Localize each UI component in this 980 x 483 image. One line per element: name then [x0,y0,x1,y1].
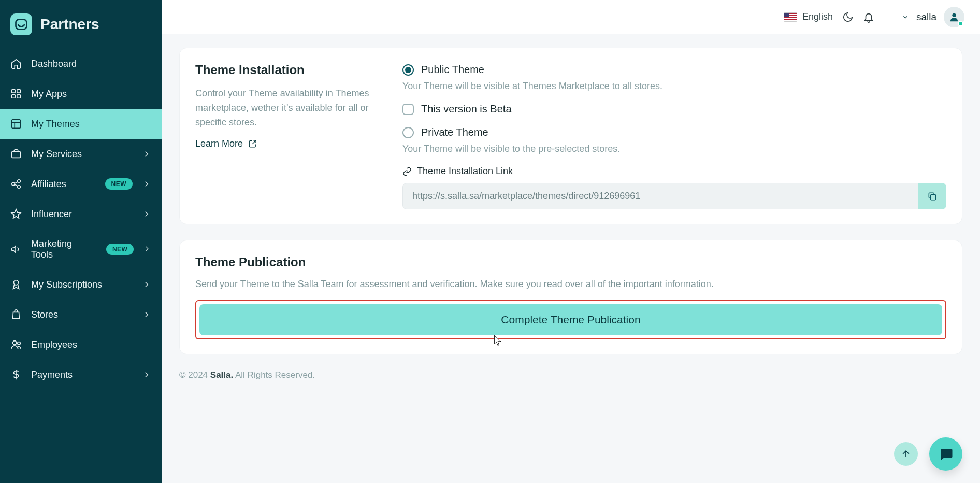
star-icon [10,208,22,220]
badge-icon [10,279,22,290]
brand-text: Partners [40,16,99,33]
sidebar: Partners Dashboard My Apps My Themes [0,0,162,483]
radio-unchecked-icon [402,127,414,138]
section-title: Theme Installation [195,63,382,77]
svg-rect-1 [12,90,15,93]
sidebar-item-label: Influencer [31,209,72,220]
private-hint: Your Theme will be visible to the pre-se… [402,144,946,154]
chevron-right-icon [142,149,151,159]
chevron-right-icon [142,280,151,289]
external-link-icon [248,139,257,148]
new-badge: NEW [106,244,134,255]
brand: Partners [0,9,162,49]
sidebar-item-label: Affiliates [31,179,66,190]
notifications-icon[interactable] [863,11,874,23]
checkbox-label: This version is Beta [421,103,512,115]
theme-installation-card: Theme Installation Control your Theme av… [179,48,962,224]
svg-point-10 [13,280,18,285]
divider [888,8,888,26]
section-title: Theme Publication [195,255,946,269]
sidebar-item-my-apps[interactable]: My Apps [0,79,162,109]
users-icon [10,339,22,350]
radio-checked-icon [402,64,414,76]
svg-point-7 [12,182,15,186]
grid-icon [10,88,22,100]
home-icon [10,58,22,69]
sidebar-item-label: Stores [31,309,58,320]
sidebar-item-dashboard[interactable]: Dashboard [0,49,162,79]
chevron-right-icon [142,209,151,219]
sidebar-item-label: Employees [31,339,77,350]
section-desc: Control your Theme availability in Theme… [195,87,382,130]
sidebar-item-label: My Services [31,149,82,160]
svg-rect-14 [931,194,936,200]
sidebar-item-label: Dashboard [31,59,77,69]
sidebar-item-label: My Themes [31,119,80,130]
sidebar-item-marketing-tools[interactable]: Marketing Tools NEW [0,229,162,269]
section-desc: Send your Theme to the Salla Team for as… [195,279,946,290]
layout-icon [10,118,22,130]
sidebar-item-influencer[interactable]: Influencer [0,199,162,229]
svg-rect-6 [12,151,21,158]
nav: Dashboard My Apps My Themes My Services [0,49,162,390]
learn-more-label: Learn More [195,138,243,149]
user-name: salla [916,11,936,23]
svg-point-13 [952,13,956,17]
chevron-right-icon [143,245,151,254]
chevron-right-icon [142,370,151,379]
svg-rect-3 [12,95,15,98]
sidebar-item-my-themes[interactable]: My Themes [0,109,162,139]
language-label: English [802,11,833,22]
checkbox-unchecked-icon [402,104,414,115]
beta-checkbox[interactable]: This version is Beta [402,103,946,115]
radio-label: Private Theme [421,126,488,138]
language-switch[interactable]: English [784,11,833,22]
sidebar-item-my-services[interactable]: My Services [0,139,162,169]
bag-icon [10,309,22,320]
install-link-label: Theme Installation Link [402,166,946,177]
sidebar-item-employees[interactable]: Employees [0,330,162,360]
chevron-down-icon [902,13,909,21]
avatar [944,7,964,27]
svg-rect-5 [12,120,21,129]
cursor-icon [493,334,503,348]
private-theme-radio[interactable]: Private Theme [402,126,946,138]
complete-publication-button[interactable]: Complete Theme Publication [199,304,942,335]
svg-rect-2 [17,90,20,93]
content: Theme Installation Control your Theme av… [162,34,980,483]
radio-label: Public Theme [421,64,484,76]
sidebar-item-payments[interactable]: Payments [0,360,162,390]
svg-point-11 [13,341,17,345]
copy-link-button[interactable] [918,183,946,209]
public-theme-radio[interactable]: Public Theme [402,64,946,76]
install-link-input[interactable] [402,183,918,209]
new-badge: NEW [105,178,133,190]
copy-icon [927,191,938,202]
flag-us-icon [784,12,797,22]
chat-icon [938,446,954,462]
arrow-up-icon [901,449,911,459]
megaphone-icon [10,244,22,255]
sidebar-item-my-subscriptions[interactable]: My Subscriptions [0,269,162,300]
dollar-icon [10,369,22,380]
footer: © 2024 Salla. All Rights Reserved. [179,370,962,391]
svg-point-12 [18,342,21,345]
user-menu[interactable]: salla [902,7,964,27]
header: English salla [162,0,980,34]
chat-button[interactable] [929,437,962,471]
sidebar-item-label: Marketing Tools [31,238,88,260]
public-hint: Your Theme will be visible at Themes Mar… [402,81,946,92]
svg-rect-4 [17,95,20,98]
share-icon [10,178,22,190]
learn-more-link[interactable]: Learn More [195,138,257,149]
dark-mode-icon[interactable] [842,11,854,23]
link-icon [402,167,412,176]
scroll-top-button[interactable] [894,442,918,466]
briefcase-icon [10,148,22,160]
svg-rect-0 [16,20,27,30]
sidebar-item-label: My Subscriptions [31,279,102,290]
svg-point-9 [18,186,21,189]
sidebar-item-affiliates[interactable]: Affiliates NEW [0,169,162,199]
logo-icon [10,13,32,35]
sidebar-item-stores[interactable]: Stores [0,300,162,330]
